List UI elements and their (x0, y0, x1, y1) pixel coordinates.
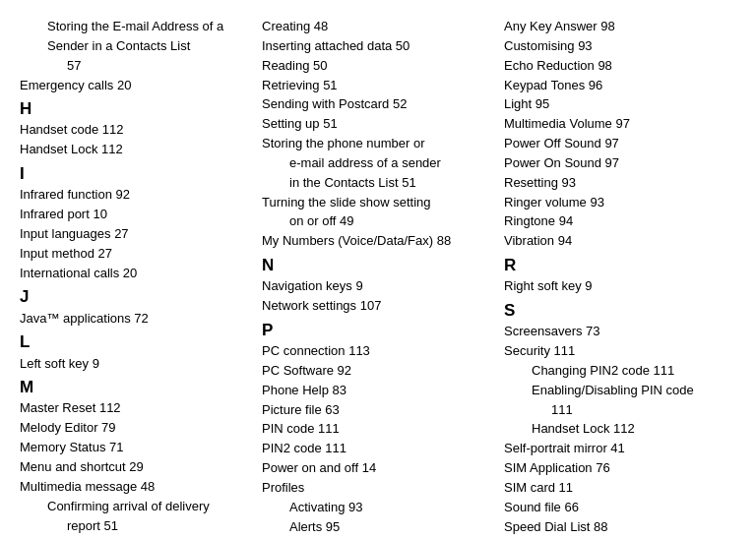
list-item: Power on and off 14 (262, 459, 494, 478)
list-item: Infrared function 92 (20, 186, 252, 205)
list-item: Picture file 63 (262, 401, 494, 420)
list-item: Handset Lock 112 (20, 141, 252, 159)
list-item: PC Software 92 (262, 362, 494, 381)
list-item: Inserting attached data 50 (262, 37, 494, 56)
list-item: Left soft key 9 (20, 355, 252, 374)
list-item: report 51 (20, 517, 252, 536)
list-item: Creating 48 (262, 18, 494, 36)
list-item: Handset code 112 (20, 121, 252, 140)
column-2: Creating 48Inserting attached data 50Rea… (262, 18, 504, 537)
section-letter-M: M (20, 377, 252, 398)
list-item: Activating 93 (262, 499, 494, 517)
list-item: in the Contacts List 51 (262, 174, 494, 193)
section-letter-R: R (504, 255, 736, 276)
list-item: Phone Help 83 (262, 382, 494, 400)
list-item: Network settings 107 (262, 297, 494, 316)
list-item: Input method 27 (20, 245, 252, 264)
list-item: Alerts 95 (262, 518, 494, 537)
list-item: Enabling/Disabling PIN code (504, 382, 736, 400)
section-letter-J: J (20, 286, 252, 308)
section-letter-N: N (262, 255, 494, 276)
list-item: Emergency calls 20 (20, 77, 252, 95)
list-item: Menu and shortcut 29 (20, 458, 252, 477)
list-item: Master Reset 112 (20, 399, 252, 418)
list-item: Customising 93 (504, 37, 736, 56)
list-item: Keypad Tones 96 (504, 77, 736, 95)
list-item: Ringtone 94 (504, 212, 736, 231)
list-item: Screensavers 73 (504, 323, 736, 341)
list-item: SIM card 11 (504, 479, 736, 498)
list-item: Input languages 27 (20, 225, 252, 244)
list-item: Sending with Postcard 52 (262, 95, 494, 114)
list-item: 111 (504, 401, 736, 420)
section-letter-P: P (262, 320, 494, 341)
section-letter-I: I (20, 163, 252, 185)
list-item: 57 (20, 57, 252, 76)
list-item: Infrared port 10 (20, 206, 252, 224)
list-item: Storing the E-mail Address of a (20, 18, 252, 36)
list-item: PIN2 code 111 (262, 440, 494, 458)
section-letter-S: S (504, 300, 736, 322)
column-3: Any Key Answer 98Customising 93Echo Redu… (504, 18, 736, 537)
list-item: Sound file 66 (504, 499, 736, 517)
list-item: My Numbers (Voice/Data/Fax) 88 (262, 232, 494, 251)
list-item: Changing PIN2 code 111 (504, 362, 736, 381)
list-item: Light 95 (504, 95, 736, 114)
list-item: Multimedia Volume 97 (504, 115, 736, 134)
list-item: Turning the slide show setting (262, 194, 494, 212)
list-item: Navigation keys 9 (262, 277, 494, 296)
list-item: Java™ applications 72 (20, 310, 252, 329)
list-item: Speed Dial List 88 (504, 518, 736, 537)
list-item: PIN code 111 (262, 420, 494, 439)
page-layout: Storing the E-mail Address of aSender in… (20, 18, 736, 539)
list-item: on or off 49 (262, 212, 494, 231)
list-item: Power On Sound 97 (504, 154, 736, 173)
index-columns: Storing the E-mail Address of aSender in… (20, 18, 736, 537)
list-item: Handset Lock 112 (504, 420, 736, 439)
list-item: Melody Editor 79 (20, 419, 252, 438)
list-item: Power Off Sound 97 (504, 135, 736, 153)
list-item: PC connection 113 (262, 342, 494, 361)
column-1: Storing the E-mail Address of aSender in… (20, 18, 262, 537)
list-item: Confirming arrival of delivery (20, 498, 252, 516)
list-item: Right soft key 9 (504, 277, 736, 296)
list-item: International calls 20 (20, 265, 252, 283)
list-item: Echo Reduction 98 (504, 57, 736, 76)
list-item: Retrieving 51 (262, 77, 494, 95)
list-item: Memory Status 71 (20, 439, 252, 457)
list-item: Reading 50 (262, 57, 494, 76)
list-item: e-mail address of a sender (262, 154, 494, 173)
list-item: Security 111 (504, 342, 736, 361)
list-item: Multimedia message 48 (20, 478, 252, 497)
list-item: Vibration 94 (504, 232, 736, 251)
list-item: SIM Application 76 (504, 459, 736, 478)
section-letter-H: H (20, 98, 252, 120)
section-letter-L: L (20, 331, 252, 353)
list-item: Resetting 93 (504, 174, 736, 193)
list-item: Self-portrait mirror 41 (504, 440, 736, 458)
list-item: Any Key Answer 98 (504, 18, 736, 36)
list-item: Sender in a Contacts List (20, 37, 252, 56)
list-item: Setting up 51 (262, 115, 494, 134)
list-item: Profiles (262, 479, 494, 498)
list-item: Storing the phone number or (262, 135, 494, 153)
list-item: Ringer volume 93 (504, 194, 736, 212)
